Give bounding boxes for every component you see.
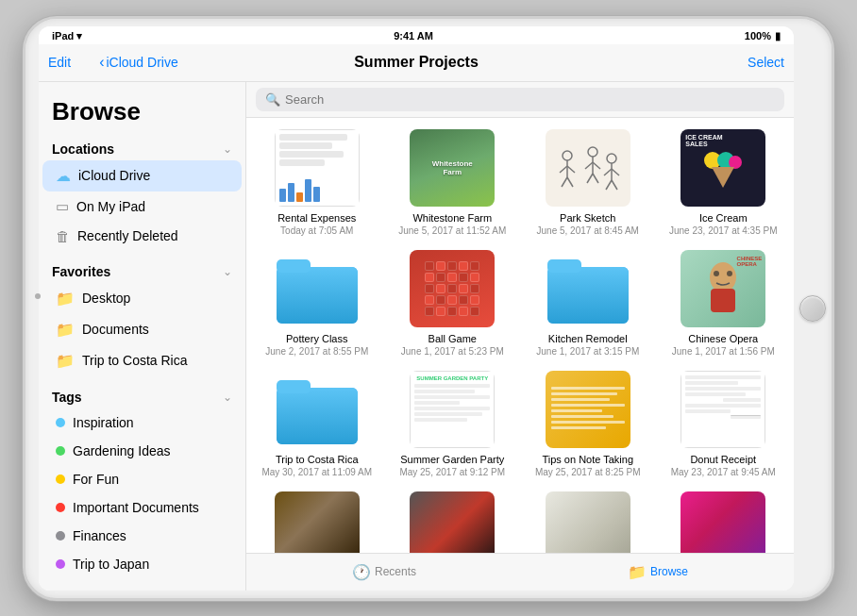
folder-pottery-svg <box>275 250 360 327</box>
favorites-label: Favorites <box>52 264 110 279</box>
browse-label: Browse <box>650 565 688 578</box>
sidebar-item-gardening[interactable]: Gardening Ideas <box>42 437 242 465</box>
sidebar: Browse Locations ⌄ ☁ iCloud Drive ▭ On M… <box>39 82 246 591</box>
file-name-pottery: Pottery Class <box>286 332 347 345</box>
folder-costarica-svg <box>275 371 360 448</box>
file-item-ballgame[interactable]: Ball Game June 1, 2017 at 5:23 PM <box>390 250 516 358</box>
sidebar-item-icloud[interactable]: ☁ iCloud Drive <box>42 160 242 191</box>
sidebar-item-important[interactable]: Important Documents <box>42 493 242 522</box>
svg-rect-24 <box>547 259 581 273</box>
file-item-photo3[interactable] <box>525 491 651 552</box>
sidebar-item-japan[interactable]: Trip to Japan <box>42 550 242 578</box>
finances-dot <box>56 531 65 541</box>
search-row: 🔍 <box>246 82 794 118</box>
important-label: Important Documents <box>73 500 199 515</box>
file-item-kitchen[interactable]: Kitchen Remodel June 1, 2017 at 3:15 PM <box>525 250 651 358</box>
sidebar-item-documents[interactable]: 📁 Documents <box>42 314 242 345</box>
sidebar-item-trash[interactable]: 🗑 Recently Deleted <box>42 222 242 251</box>
tab-browse[interactable]: 📁 Browse <box>628 563 688 581</box>
svg-rect-20 <box>277 267 358 324</box>
file-item-photo1[interactable] <box>254 491 380 552</box>
thumb-photo2 <box>410 491 495 552</box>
thumb-costarica <box>275 371 360 448</box>
search-wrap[interactable]: 🔍 <box>256 88 784 111</box>
file-date-chinese: June 1, 2017 at 1:56 PM <box>672 345 775 358</box>
file-item-summer[interactable]: SUMMER GARDEN PARTY <box>390 371 516 478</box>
status-time: 9:41 AM <box>394 30 433 42</box>
locations-header[interactable]: Locations ⌄ <box>39 136 245 160</box>
select-button[interactable]: Select <box>748 55 784 70</box>
favorites-header[interactable]: Favorites ⌄ <box>39 258 245 283</box>
sidebar-item-ipad[interactable]: ▭ On My iPad <box>42 191 242 222</box>
file-item-costarica[interactable]: Trip to Costa Rica May 30, 2017 at 11:09… <box>254 371 380 478</box>
page-title: Summer Projects <box>354 54 479 71</box>
summer-party-text: SUMMER GARDEN PARTY <box>416 375 488 381</box>
ipad-label: iPad ▾ <box>52 30 82 42</box>
file-item-icecream[interactable]: Ice CreamSales <box>661 129 787 237</box>
thumb-photo3 <box>546 491 630 552</box>
file-item-donut[interactable]: Donut Receipt May 23, 2017 at 9:45 AM <box>661 371 787 478</box>
file-date-pottery: June 2, 2017 at 8:55 PM <box>265 345 368 358</box>
desktop-folder-icon: 📁 <box>56 290 75 308</box>
fun-label: For Fun <box>73 472 119 487</box>
device-frame: iPad ▾ 9:41 AM 100% ▮ Edit ‹ iCloud Driv… <box>23 16 834 601</box>
file-date-whitestone: June 5, 2017 at 11:52 AM <box>398 225 506 237</box>
trash-label: Recently Deleted <box>77 228 178 243</box>
sidebar-item-desktop[interactable]: 📁 Desktop <box>42 283 242 314</box>
svg-rect-30 <box>277 388 358 444</box>
recents-label: Recents <box>375 565 416 578</box>
thumb-summer: SUMMER GARDEN PARTY <box>410 371 495 448</box>
status-bar: iPad ▾ 9:41 AM 100% ▮ <box>39 26 794 44</box>
back-button[interactable]: ‹ iCloud Drive <box>99 54 178 71</box>
thumb-park <box>546 129 630 207</box>
sidebar-item-costarica[interactable]: 📁 Trip to Costa Rica <box>42 345 242 376</box>
thumb-donut <box>681 371 765 448</box>
grid-scroll[interactable]: Rental Expenses Today at 7:05 AM Whitest… <box>246 118 794 553</box>
inspiration-dot <box>56 418 65 427</box>
gardening-dot <box>56 446 65 456</box>
sidebar-item-inspiration[interactable]: Inspiration <box>42 408 242 437</box>
thumb-chinese: CHINESEOPERA <box>681 250 765 327</box>
file-item-notes[interactable]: Tips on Note Taking May 25, 2017 at 8:25… <box>525 371 651 478</box>
sidebar-browse-title: Browse <box>39 92 245 136</box>
tags-header[interactable]: Tags ⌄ <box>39 384 245 408</box>
screen: iPad ▾ 9:41 AM 100% ▮ Edit ‹ iCloud Driv… <box>39 26 794 591</box>
search-input[interactable] <box>285 92 775 107</box>
gardening-label: Gardening Ideas <box>73 443 171 458</box>
file-date-summer: May 25, 2017 at 9:12 PM <box>399 466 505 478</box>
file-item-photo2[interactable] <box>390 491 516 552</box>
file-area: 🔍 <box>246 82 794 591</box>
file-date-icecream: June 23, 2017 at 4:35 PM <box>669 225 778 237</box>
file-date-costarica: May 30, 2017 at 11:09 AM <box>261 466 372 478</box>
file-item-pottery[interactable]: Pottery Class June 2, 2017 at 8:55 PM <box>254 250 380 358</box>
file-name-chinese: Chinese Opera <box>688 332 758 345</box>
file-name-costarica: Trip to Costa Rica <box>276 453 359 466</box>
file-date-rental: Today at 7:05 AM <box>280 225 353 237</box>
back-label: iCloud Drive <box>106 55 177 70</box>
thumb-rental <box>275 129 360 207</box>
file-name-donut: Donut Receipt <box>690 453 756 466</box>
back-chevron-icon: ‹ <box>99 54 104 71</box>
file-date-donut: May 23, 2017 at 9:45 AM <box>671 466 776 478</box>
file-date-park: June 5, 2017 at 8:45 AM <box>537 225 639 237</box>
locations-label: Locations <box>52 142 114 157</box>
file-item-rental[interactable]: Rental Expenses Today at 7:05 AM <box>254 129 380 237</box>
svg-rect-23 <box>547 267 629 324</box>
side-button <box>35 293 41 299</box>
file-item-photo4[interactable] <box>661 491 787 552</box>
thumb-photo1 <box>275 491 360 552</box>
edit-button[interactable]: Edit <box>48 55 71 70</box>
sidebar-item-finances[interactable]: Finances <box>42 522 242 550</box>
home-button[interactable] <box>799 295 826 322</box>
file-item-chinese[interactable]: CHINESEOPERA <box>661 250 787 358</box>
tab-recents[interactable]: 🕐 Recents <box>352 563 416 581</box>
finances-label: Finances <box>73 528 126 543</box>
main-content: Browse Locations ⌄ ☁ iCloud Drive ▭ On M… <box>39 82 794 591</box>
file-item-park[interactable]: Park Sketch June 5, 2017 at 8:45 AM <box>525 129 651 237</box>
status-right: 100% ▮ <box>745 30 781 42</box>
chinese-figure-svg <box>699 260 747 317</box>
favorites-chevron-icon: ⌄ <box>223 265 232 278</box>
file-item-whitestone[interactable]: WhitestoneFarm Whitestone Farm June 5, 2… <box>390 129 516 237</box>
sidebar-item-fun[interactable]: For Fun <box>42 465 242 493</box>
file-date-kitchen: June 1, 2017 at 3:15 PM <box>536 345 639 358</box>
